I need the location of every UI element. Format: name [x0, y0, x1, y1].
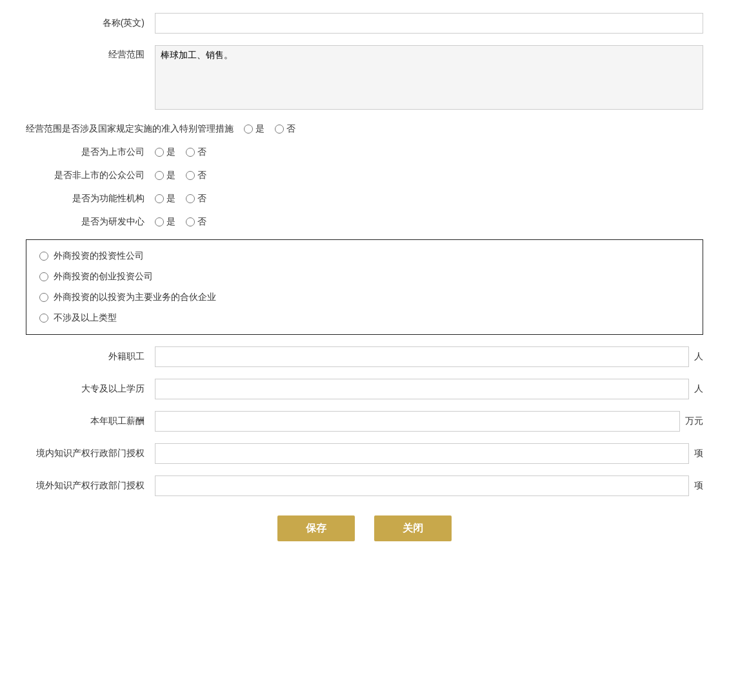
business-scope-textarea[interactable]: 棒球加工、销售。: [155, 45, 703, 110]
research-center-no-text: 否: [197, 216, 206, 228]
research-center-label: 是否为研发中心: [26, 216, 155, 228]
english-name-input[interactable]: [155, 13, 703, 34]
listed-company-radio-group: 是 否: [155, 146, 213, 158]
business-scope-row: 经营范围 棒球加工、销售。: [26, 45, 703, 112]
investment-type-radio-1[interactable]: [39, 272, 48, 281]
special-management-yes-label[interactable]: 是: [244, 123, 265, 135]
research-center-radio-group: 是 否: [155, 216, 213, 228]
investment-type-radio-2[interactable]: [39, 293, 48, 302]
special-management-no-radio[interactable]: [275, 125, 284, 134]
investment-type-radio-0[interactable]: [39, 252, 48, 261]
domestic-ip-label: 境内知识产权行政部门授权: [26, 448, 155, 459]
non-listed-public-yes-label[interactable]: 是: [155, 170, 175, 181]
investment-type-item-3[interactable]: 不涉及以上类型: [39, 312, 690, 324]
research-center-no-label[interactable]: 否: [186, 216, 206, 228]
business-scope-label: 经营范围: [26, 45, 155, 61]
investment-type-label-1: 外商投资的创业投资公司: [54, 271, 153, 283]
non-listed-public-row: 是否非上市的公众公司 是 否: [26, 170, 703, 181]
research-center-yes-text: 是: [166, 216, 175, 228]
listed-company-row: 是否为上市公司 是 否: [26, 146, 703, 158]
functional-org-no-label[interactable]: 否: [186, 193, 206, 205]
domestic-ip-unit: 项: [694, 448, 703, 459]
english-name-row: 各称(英文): [26, 13, 703, 34]
college-above-label: 大专及以上学历: [26, 383, 155, 395]
special-management-no-text: 否: [286, 123, 295, 135]
listed-company-no-label[interactable]: 否: [186, 146, 206, 158]
foreign-workers-input[interactable]: [155, 346, 689, 367]
listed-company-no-text: 否: [197, 146, 206, 158]
special-management-label: 经营范围是否涉及国家规定实施的准入特别管理措施: [26, 123, 244, 135]
functional-org-label: 是否为功能性机构: [26, 193, 155, 205]
annual-salary-unit: 万元: [685, 415, 703, 427]
investment-type-item-2[interactable]: 外商投资的以投资为主要业务的合伙企业: [39, 292, 690, 303]
foreign-ip-unit: 项: [694, 480, 703, 492]
college-above-row: 大专及以上学历 人: [26, 379, 703, 399]
non-listed-public-yes-text: 是: [166, 170, 175, 181]
listed-company-yes-radio[interactable]: [155, 148, 164, 157]
special-management-no-label[interactable]: 否: [275, 123, 295, 135]
non-listed-public-radio-group: 是 否: [155, 170, 213, 181]
investment-type-item-0[interactable]: 外商投资的投资性公司: [39, 250, 690, 262]
annual-salary-row: 本年职工薪酬 万元: [26, 411, 703, 432]
investment-type-box: 外商投资的投资性公司 外商投资的创业投资公司 外商投资的以投资为主要业务的合伙企…: [26, 239, 703, 335]
non-listed-public-no-radio[interactable]: [186, 171, 195, 180]
investment-type-radio-3[interactable]: [39, 314, 48, 323]
functional-org-no-radio[interactable]: [186, 194, 195, 203]
special-management-radio-group: 是 否: [244, 123, 302, 135]
foreign-workers-label: 外籍职工: [26, 351, 155, 363]
special-management-row: 经营范围是否涉及国家规定实施的准入特别管理措施 是 否: [26, 123, 703, 135]
button-row: 保存 关闭: [26, 515, 703, 541]
college-above-unit: 人: [694, 383, 703, 395]
business-scope-wrapper: 棒球加工、销售。: [155, 45, 703, 112]
save-button[interactable]: 保存: [277, 515, 355, 541]
investment-type-label-2: 外商投资的以投资为主要业务的合伙企业: [54, 292, 216, 303]
domestic-ip-input[interactable]: [155, 443, 689, 464]
annual-salary-input[interactable]: [155, 411, 680, 432]
research-center-no-radio[interactable]: [186, 217, 195, 226]
listed-company-yes-label[interactable]: 是: [155, 146, 175, 158]
special-management-yes-radio[interactable]: [244, 125, 253, 134]
non-listed-public-no-text: 否: [197, 170, 206, 181]
investment-type-label-3: 不涉及以上类型: [54, 312, 117, 324]
research-center-yes-label[interactable]: 是: [155, 216, 175, 228]
non-listed-public-label: 是否非上市的公众公司: [26, 170, 155, 181]
functional-org-radio-group: 是 否: [155, 193, 213, 205]
foreign-workers-unit: 人: [694, 351, 703, 363]
research-center-yes-radio[interactable]: [155, 217, 164, 226]
english-name-label: 各称(英文): [26, 17, 155, 29]
research-center-row: 是否为研发中心 是 否: [26, 216, 703, 228]
listed-company-no-radio[interactable]: [186, 148, 195, 157]
foreign-ip-label: 境外知识产权行政部门授权: [26, 480, 155, 492]
close-button[interactable]: 关闭: [374, 515, 452, 541]
foreign-ip-row: 境外知识产权行政部门授权 项: [26, 475, 703, 496]
non-listed-public-yes-radio[interactable]: [155, 171, 164, 180]
foreign-workers-row: 外籍职工 人: [26, 346, 703, 367]
investment-type-item-1[interactable]: 外商投资的创业投资公司: [39, 271, 690, 283]
functional-org-yes-text: 是: [166, 193, 175, 205]
foreign-ip-input[interactable]: [155, 475, 689, 496]
non-listed-public-no-label[interactable]: 否: [186, 170, 206, 181]
functional-org-no-text: 否: [197, 193, 206, 205]
special-management-yes-text: 是: [255, 123, 265, 135]
investment-type-label-0: 外商投资的投资性公司: [54, 250, 144, 262]
functional-org-row: 是否为功能性机构 是 否: [26, 193, 703, 205]
functional-org-yes-radio[interactable]: [155, 194, 164, 203]
listed-company-label: 是否为上市公司: [26, 146, 155, 158]
functional-org-yes-label[interactable]: 是: [155, 193, 175, 205]
domestic-ip-row: 境内知识产权行政部门授权 项: [26, 443, 703, 464]
listed-company-yes-text: 是: [166, 146, 175, 158]
college-above-input[interactable]: [155, 379, 689, 399]
annual-salary-label: 本年职工薪酬: [26, 415, 155, 427]
